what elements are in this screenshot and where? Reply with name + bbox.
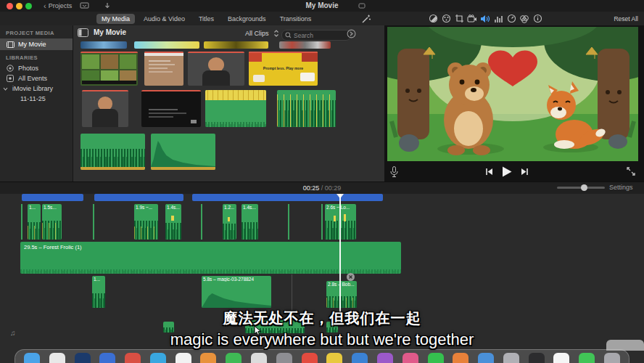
fullscreen-icon[interactable] [627,167,635,176]
timeline-clip[interactable]: 1.4s... [242,204,258,240]
audio-thumbnail[interactable] [151,134,215,170]
dock-icon[interactable] [579,353,595,363]
video-range-bar[interactable] [192,194,383,201]
clip-info-icon[interactable] [531,14,544,23]
crop-icon[interactable] [453,14,466,23]
timeline-zoom-slider[interactable] [557,187,605,189]
tab-audio-video[interactable]: Audio & Video [139,14,190,24]
timeline-settings-button[interactable]: Settings [609,184,633,191]
titlebar-badge-icon [358,3,366,9]
search-field[interactable] [281,30,351,41]
voiceover-mic-icon[interactable] [390,166,398,177]
color-balance-icon[interactable] [426,14,439,23]
dock-icon[interactable] [604,353,620,363]
dock-icon[interactable] [251,353,267,363]
dock-icon[interactable] [176,353,191,363]
disclosure-chevron-icon[interactable] [1,86,9,91]
dock-icon[interactable] [529,353,545,363]
sidebar-item-my-movie[interactable]: My Movie [0,38,73,50]
slider-knob[interactable] [581,184,587,191]
thin-clip[interactable] [21,204,22,240]
dock-icon[interactable] [99,353,115,363]
play-icon[interactable] [502,166,512,177]
enhance-wand-icon[interactable] [361,14,371,24]
dock-icon[interactable] [326,353,342,363]
reset-all-button[interactable]: Reset All [614,15,638,23]
audio-thumbnail[interactable] [277,90,336,127]
stabilization-camera-icon[interactable] [466,15,479,23]
timeline-clip[interactable]: 1.4s... [165,204,181,240]
timeline-clip[interactable]: 1.9s ~... [134,204,158,240]
dock-icon[interactable] [402,353,418,363]
next-frame-icon[interactable] [521,168,529,176]
sidebar-toggle-icon[interactable] [78,28,88,37]
timeline-clip[interactable]: 1.5s... [42,204,62,240]
dock-icon[interactable] [276,353,292,363]
sidebar-item-photos[interactable]: Photos [0,63,73,73]
sidebar-item-all-events[interactable]: All Events [0,73,73,83]
titlebar: ‹ Projects My Movie [0,0,644,12]
tab-transitions[interactable]: Transitions [275,14,317,24]
clip-mute-badge-icon[interactable] [347,273,355,281]
dock-icon[interactable] [24,353,40,363]
dock-icon[interactable] [75,353,91,363]
color-correction-icon[interactable] [439,14,453,23]
filmstrip-thumbnail[interactable] [279,41,331,49]
dock-icon[interactable] [377,353,393,363]
timeline-clip[interactable]: 1.2... [223,204,236,240]
clip-filter-icon[interactable] [518,15,531,23]
equalizer-icon[interactable] [492,15,505,23]
video-range-bar[interactable] [94,194,183,201]
playhead-line[interactable] [339,194,341,319]
dock-icon[interactable] [150,353,166,363]
tab-titles[interactable]: Titles [194,14,219,24]
dock-icon[interactable] [302,353,318,363]
thin-clip[interactable] [93,204,94,240]
video-thumbnail-presenter[interactable] [82,90,128,127]
timeline-clip[interactable]: 1... [28,204,41,240]
tab-my-media[interactable]: My Media [96,14,135,24]
dock[interactable] [15,349,629,363]
dropdown-chevrons-icon[interactable] [273,29,279,38]
dock-icon[interactable] [200,353,216,363]
audio-thumbnail[interactable] [80,134,145,170]
thin-clip[interactable] [321,204,323,240]
video-thumbnail-presenter[interactable] [188,52,244,86]
timeline-clip[interactable]: 1... [92,276,105,308]
dock-icon[interactable] [478,353,494,363]
clip-filter-dropdown[interactable]: All Clips [245,30,269,37]
speed-gauge-icon[interactable] [505,14,518,23]
sidebar-item-event-date[interactable]: 11-11-25 [0,94,73,104]
clip-boundary [292,274,292,313]
filter-circle-button[interactable] [347,29,356,38]
adjust-toolbar: Reset All [384,12,644,25]
filmstrip-thumbnail[interactable] [134,41,199,49]
video-thumbnail-document[interactable] [144,52,183,86]
dock-icon[interactable] [553,353,569,363]
search-input[interactable] [294,32,340,39]
dock-icon[interactable] [352,353,368,363]
tab-backgrounds[interactable]: Backgrounds [223,14,271,24]
dock-icon[interactable] [125,353,141,363]
thin-clip[interactable] [288,204,289,240]
timeline-clip[interactable]: 5.8s – magic-03-278824 [202,276,271,308]
filmstrip-thumbnail[interactable] [80,41,127,49]
dock-icon[interactable] [453,353,468,363]
dock-icon[interactable] [226,353,242,363]
video-range-bar[interactable] [22,194,83,201]
audio-thumbnail[interactable] [205,90,266,127]
volume-icon[interactable] [479,15,492,23]
thin-clip[interactable] [201,204,202,240]
video-thumbnail-collage[interactable] [80,52,138,86]
dock-icon[interactable] [49,353,65,363]
dock-icon[interactable] [503,353,519,363]
timeline-clip-music[interactable]: 29.5s – Forest Frolic (1) [20,242,401,274]
video-thumbnail-banner[interactable]: Prompt less. Play more [249,52,318,86]
timeline-clip[interactable]: 2.8s – Bob... [326,281,357,308]
video-thumbnail-screen[interactable] [141,90,201,127]
filmstrip-thumbnail[interactable] [204,41,268,49]
dock-icon[interactable] [428,353,444,363]
sidebar-item-imovie-library[interactable]: iMovie Library [0,83,73,94]
mouse-cursor [254,325,262,336]
previous-frame-icon[interactable] [485,168,493,176]
